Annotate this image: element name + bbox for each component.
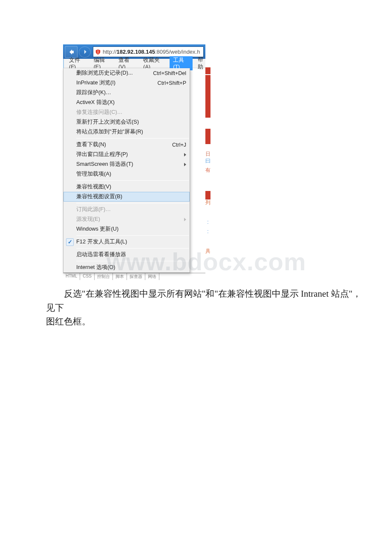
check-icon: ✓ <box>66 238 74 246</box>
menu-delete-history[interactable]: 删除浏览历史记录(D)... Ctrl+Shift+Del <box>63 68 190 78</box>
caption-text: 反选"在兼容性视图中显示所有网站"和"在兼容性视图中显示 Intranet 站点… <box>46 287 392 329</box>
label: 启动迅雷看看播放器 <box>76 251 186 258</box>
devtab[interactable]: 控制台 <box>95 273 113 280</box>
label: 源发现(E) <box>76 216 182 223</box>
menu-compat-view[interactable]: 兼容性视图(V) <box>63 182 190 192</box>
separator <box>76 248 189 249</box>
label: 修复连接问题(C)… <box>76 109 186 116</box>
separator <box>76 138 189 139</box>
menu-smartscreen[interactable]: SmartScreen 筛选器(T) <box>63 159 190 169</box>
menu-reopen-session[interactable]: 重新打开上次浏览会话(S) <box>63 117 190 127</box>
menu-help[interactable]: 帮助 <box>194 56 204 71</box>
label: Internet 选项(O) <box>76 264 186 271</box>
address-bar[interactable]: http://182.92.108.145:8095/web/index.h <box>93 46 204 57</box>
separator <box>76 180 189 181</box>
devtab[interactable]: 脚本 <box>113 273 127 280</box>
devtab[interactable]: HTML <box>63 273 80 280</box>
menu-fix-connection: 修复连接问题(C)… <box>63 107 190 117</box>
label: 删除浏览历史记录(D)... <box>76 69 150 77</box>
menu-activex-filter[interactable]: ActiveX 筛选(X) <box>63 98 190 107</box>
label: 订阅此源(F)… <box>76 206 186 213</box>
menu-compat-view-settings[interactable]: 兼容性视图设置(B) <box>63 192 190 202</box>
menu-feed-discovery: 源发现(E) <box>63 214 190 224</box>
devtab[interactable]: CSS <box>80 273 95 280</box>
site-shield-icon <box>95 49 101 55</box>
label: ActiveX 筛选(X) <box>76 99 186 106</box>
tools-dropdown: 删除浏览历史记录(D)... Ctrl+Shift+Del InPrivate … <box>63 68 190 273</box>
label: SmartScreen 筛选器(T) <box>76 161 182 168</box>
separator <box>76 235 189 236</box>
menu-internet-options[interactable]: Internet 选项(O) <box>63 263 190 272</box>
menu-view-downloads[interactable]: 查看下载(N) Ctrl+J <box>63 140 190 150</box>
separator <box>76 261 189 261</box>
menu-windows-update[interactable]: Windows 更新(U) <box>63 224 190 234</box>
menu-inprivate[interactable]: InPrivate 浏览(I) Ctrl+Shift+P <box>63 78 190 88</box>
label: 重新打开上次浏览会话(S) <box>76 119 186 126</box>
ie-browser-screenshot: http://182.92.108.145:8095/web/index.h 文… <box>63 44 205 280</box>
label: Windows 更新(U) <box>76 225 186 233</box>
label: 跟踪保护(K)… <box>76 89 186 96</box>
back-arrow-icon <box>68 49 75 55</box>
menu-subscribe-feed: 订阅此源(F)… <box>63 205 190 214</box>
shortcut: Ctrl+Shift+P <box>158 80 186 86</box>
label: 查看下载(N) <box>76 141 170 148</box>
separator <box>76 203 189 203</box>
submenu-arrow-icon <box>184 153 186 156</box>
label: InPrivate 浏览(I) <box>76 79 155 87</box>
shortcut: Ctrl+J <box>172 142 186 148</box>
forward-arrow-icon <box>82 49 88 55</box>
menu-add-to-start[interactable]: 将站点添加到"开始"屏幕(R) <box>63 127 190 137</box>
label: 兼容性视图设置(B) <box>76 193 186 200</box>
url-text: http://182.92.108.145:8095/web/index.h <box>103 49 200 55</box>
menu-tracking-protection[interactable]: 跟踪保护(K)… <box>63 88 190 98</box>
label: 弹出窗口阻止程序(P) <box>76 151 182 158</box>
devtools-tab-strip: HTML CSS 控制台 脚本 探查器 网络 <box>63 273 205 280</box>
shortcut: Ctrl+Shift+Del <box>153 70 186 76</box>
submenu-arrow-icon <box>184 218 186 221</box>
caption-line1: 反选"在兼容性视图中显示所有网站"和"在兼容性视图中显示 Intranet 站点… <box>46 287 362 315</box>
background-page-strip: 日 曰 有 列 : : 具 <box>205 67 210 298</box>
menu-f12-devtools[interactable]: ✓ F12 开发人员工具(L) <box>63 237 190 247</box>
label: 将站点添加到"开始"屏幕(R) <box>76 128 186 136</box>
forward-button[interactable] <box>79 46 91 58</box>
devtab[interactable]: 网络 <box>145 273 159 280</box>
label: 兼容性视图(V) <box>76 183 186 191</box>
devtab[interactable]: 探查器 <box>127 273 145 280</box>
menu-xunlei-player[interactable]: 启动迅雷看看播放器 <box>63 250 190 260</box>
menu-bar: 文件(F) 编辑(E) 查看(V) 收藏夹(A) 工具(T) 帮助 <box>63 59 205 68</box>
label: 管理加载项(A) <box>76 171 186 178</box>
menu-popup-blocker[interactable]: 弹出窗口阻止程序(P) <box>63 150 190 159</box>
caption-line2: 图红色框。 <box>46 315 362 329</box>
submenu-arrow-icon <box>184 163 186 166</box>
menu-manage-addons[interactable]: 管理加载项(A) <box>63 169 190 179</box>
label: F12 开发人员工具(L) <box>76 238 186 246</box>
